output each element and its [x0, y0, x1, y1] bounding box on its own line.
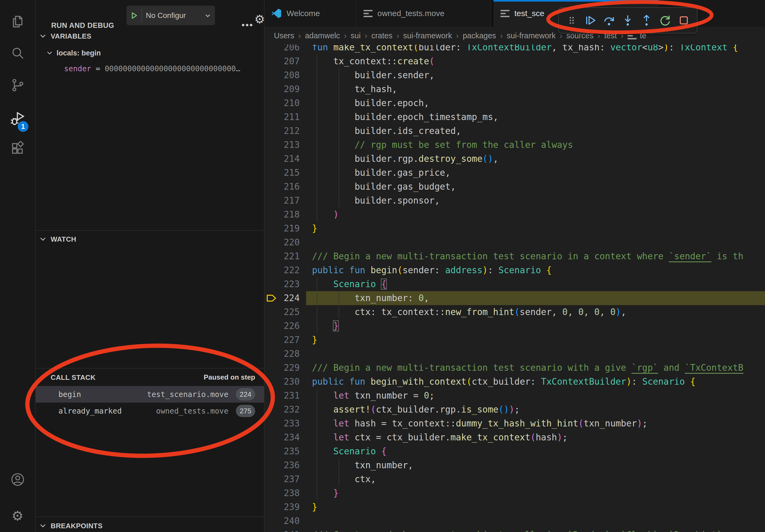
breadcrumb-item[interactable]: sui-framework	[507, 31, 556, 40]
search-icon[interactable]	[0, 39, 35, 67]
step-over-button[interactable]	[601, 11, 617, 30]
debug-badge: 1	[18, 121, 28, 132]
line-number: 220	[264, 235, 300, 249]
code-line: 225 ctx: tx_context::new_from_hint(sende…	[264, 305, 765, 319]
breadcrumb-separator-icon: ›	[396, 31, 399, 40]
step-into-button[interactable]	[619, 11, 636, 30]
code-line: 237 ctx,	[264, 472, 765, 486]
line-number: 223	[264, 277, 300, 291]
code-line: 217 builder.sponsor,	[264, 194, 765, 208]
line-number: 229	[264, 361, 300, 375]
tab-welcome[interactable]: Welcome	[264, 0, 357, 27]
breadcrumb-item[interactable]: crates	[371, 31, 392, 40]
chevron-down-icon	[39, 235, 47, 243]
line-number: 227	[264, 333, 300, 347]
code-line: 241/// Creates and shares system objects…	[264, 528, 765, 532]
call-stack-frame[interactable]: begin test_scenario.move 224	[35, 386, 264, 402]
debug-toolbar	[558, 7, 697, 34]
restart-button[interactable]	[657, 11, 673, 30]
breadcrumb-item[interactable]: Users	[274, 31, 294, 40]
line-number: 209	[264, 82, 300, 96]
line-number: 226	[264, 319, 300, 333]
vscode-window: 1 ⚙ RUN AND DEBUG No Configur ⚙ ••• VARI…	[0, 0, 765, 532]
stop-button[interactable]	[675, 11, 692, 30]
code-line: 235 Scenario {	[264, 444, 765, 458]
extensions-icon[interactable]	[0, 134, 35, 162]
breadcrumb-item[interactable]: packages	[463, 31, 496, 40]
line-number: 210	[264, 96, 300, 110]
chevron-down-icon	[204, 12, 211, 19]
variables-section-header[interactable]: VARIABLES	[35, 30, 264, 42]
chevron-down-icon	[39, 374, 47, 382]
line-number: 232	[264, 402, 300, 416]
code-line: 231 let txn_number = 0;	[264, 389, 765, 402]
move-file-icon	[364, 10, 373, 17]
code-line: 228	[264, 347, 765, 361]
line-number: 233	[264, 416, 300, 430]
files-icon[interactable]	[0, 8, 35, 35]
debug-settings-gear-icon[interactable]: ⚙	[254, 12, 265, 26]
code-line: 226 }	[264, 319, 765, 333]
code-line: 211 builder.epoch_timestamp_ms,	[264, 110, 765, 124]
breadcrumb-separator-icon: ›	[298, 31, 301, 40]
tab-owned-tests[interactable]: owned_tests.move	[357, 0, 491, 27]
run-and-debug-icon[interactable]	[0, 105, 35, 133]
breadcrumb-item[interactable]: sui-framework	[403, 31, 452, 40]
code-line: 238 }	[264, 486, 765, 500]
code-line: 215 builder.gas_price,	[264, 166, 765, 180]
line-number: 235	[264, 444, 300, 458]
code-line: 234 let ctx = ctx_builder.make_tx_contex…	[264, 430, 765, 444]
line-number: 234	[264, 430, 300, 444]
frame-line-badge: 275	[236, 405, 255, 417]
variable-row[interactable]: sender = 00000000000000000000000000000…	[64, 64, 240, 73]
variables-scope-row[interactable]: locals: begin	[35, 47, 275, 59]
start-debug-icon[interactable]	[130, 12, 138, 20]
vscode-logo-icon	[271, 8, 282, 19]
toolbar-drag-handle[interactable]	[563, 11, 580, 30]
code-line: 232 assert!(ctx_builder.rgp.is_some());	[264, 402, 765, 416]
editor-group: 206fun make_tx_context(builder: TxContex…	[264, 0, 765, 532]
step-out-button[interactable]	[638, 11, 655, 30]
chevron-down-icon	[46, 49, 53, 57]
breadcrumb-item[interactable]: sui	[351, 31, 361, 40]
line-number: 208	[264, 68, 300, 82]
code-line: 223 Scenario {	[264, 277, 765, 291]
code-area[interactable]: 206fun make_tx_context(builder: TxContex…	[264, 0, 765, 532]
line-number: 213	[264, 138, 300, 152]
line-number: 214	[264, 152, 300, 166]
frame-line-badge: 224	[236, 388, 255, 400]
settings-gear-icon[interactable]: ⚙	[0, 502, 35, 530]
line-number: 212	[264, 124, 300, 138]
line-number: 228	[264, 347, 300, 361]
code-line: 212 builder.ids_created,	[264, 124, 765, 138]
code-line: 227}	[264, 333, 765, 347]
more-actions-icon[interactable]: •••	[242, 20, 254, 30]
call-stack-frame[interactable]: already_marked owned_tests.move 275	[35, 402, 264, 419]
sidebar-title: RUN AND DEBUG	[51, 21, 114, 30]
line-number: 239	[264, 500, 300, 514]
code-line: 236 txn_number,	[264, 458, 765, 472]
line-number: 219	[264, 221, 300, 235]
watch-section-header[interactable]: WATCH	[35, 233, 264, 245]
continue-button[interactable]	[582, 11, 599, 30]
source-control-icon[interactable]	[0, 71, 35, 99]
code-line: 219}	[264, 221, 765, 235]
code-line: 222public fun begin(sender: address): Sc…	[264, 263, 765, 277]
breadcrumb-item[interactable]: adamwelc	[305, 31, 340, 40]
code-line: 207 tx_context::create(	[264, 54, 765, 68]
line-number: 230	[264, 375, 300, 389]
code-line: 230public fun begin_with_context(ctx_bui…	[264, 375, 765, 389]
line-number: 217	[264, 194, 300, 208]
code-line: 218 )	[264, 208, 765, 221]
line-number: 241	[264, 528, 300, 532]
account-icon[interactable]	[0, 465, 35, 493]
line-number: 211	[264, 110, 300, 124]
run-and-debug-sidebar: RUN AND DEBUG No Configur ⚙ ••• VARIABLE…	[35, 0, 265, 532]
debug-launch-dropdown[interactable]: No Configur	[127, 6, 215, 25]
code-line: 224 txn_number: 0,	[264, 291, 765, 305]
breakpoints-section-header[interactable]: BREAKPOINTS	[35, 520, 264, 532]
code-line: 216 builder.gas_budget,	[264, 180, 765, 194]
code-line: 209 tx_hash,	[264, 82, 765, 96]
line-number: 222	[264, 263, 300, 277]
code-line: 233 let hash = tx_context::dummy_tx_hash…	[264, 416, 765, 430]
